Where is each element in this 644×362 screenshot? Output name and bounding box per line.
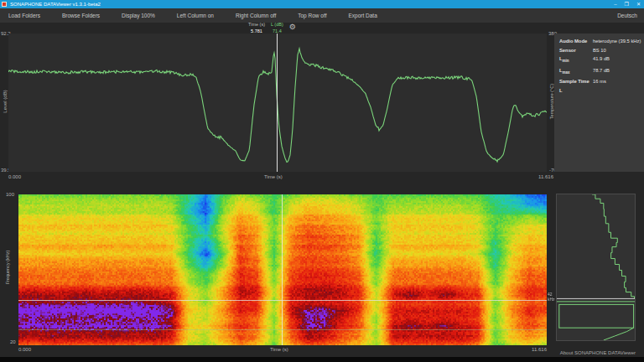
app-icon xyxy=(2,2,7,7)
spec-xaxis-title: Time (s) xyxy=(270,347,288,352)
level-xaxis-title: Time (s) xyxy=(264,174,283,179)
time-cursor-line[interactable] xyxy=(277,34,278,172)
menu-item-display-100-[interactable]: Display 100% xyxy=(111,13,166,18)
menu-item-export-data[interactable]: Export Data xyxy=(337,13,387,18)
window-title: SONAPHONE DATAViewer v1.3.1-beta2 xyxy=(10,0,101,8)
info-row: Audio Modeheterodyne (39.5 kHz) xyxy=(554,37,644,46)
level-xaxis-min: 0.000 xyxy=(8,174,21,179)
menu-item-left-column-on[interactable]: Left Column on xyxy=(166,13,225,18)
about-link[interactable]: About SONAPHONE DATAViewer xyxy=(560,350,636,355)
titlebar: SONAPHONE DATAViewer v1.3.1-beta2 – ❐ ✕ xyxy=(0,0,644,8)
spectrogram-plot[interactable] xyxy=(18,194,547,345)
info-row: Lmin41.9 dB xyxy=(554,54,644,66)
gear-icon[interactable]: ⚙ xyxy=(289,22,296,34)
frequency-marker-line xyxy=(18,329,547,330)
time-cursor-line-spectrogram[interactable] xyxy=(282,194,283,345)
level-xaxis-max: 11.616 xyxy=(528,174,553,179)
freq-axis-title: Frequency (kHz) xyxy=(5,242,10,292)
minimize-button[interactable]: – xyxy=(614,0,616,8)
maximize-button[interactable]: ❐ xyxy=(625,0,629,8)
info-label: Audio Mode xyxy=(559,37,593,46)
spectrum-profile-panel[interactable] xyxy=(556,194,636,341)
spec-xaxis-min: 0.000 xyxy=(18,347,31,352)
cursor-level-label: L (dB) xyxy=(271,22,283,28)
menubar: Load FoldersBrowse FoldersDisplay 100%Le… xyxy=(0,8,644,23)
info-value: BS 10 xyxy=(593,46,644,55)
info-row: SensorBS 10 xyxy=(554,46,644,55)
level-plot[interactable] xyxy=(8,34,547,172)
menu-item-load-folders[interactable]: Load Folders xyxy=(0,13,51,18)
info-row: Sample Time L16 ms xyxy=(554,77,644,95)
cursor-time-label: Time (s) xyxy=(248,22,265,28)
info-value: heterodyne (39.5 kHz) xyxy=(593,37,644,46)
info-label: Sample Time L xyxy=(559,77,593,95)
level-axis-title: Level (dB) xyxy=(3,85,8,118)
info-value: 16 ms xyxy=(593,77,644,95)
menu-item-right-column-off[interactable]: Right Column off xyxy=(225,13,287,18)
info-row: Lmax78.7 dB xyxy=(554,66,644,78)
info-value: 78.7 dB xyxy=(593,66,644,78)
freq-axis-min: 20 xyxy=(10,339,16,344)
measurement-info-panel: Audio Modeheterodyne (39.5 kHz)SensorBS … xyxy=(554,34,644,172)
close-button[interactable]: ✕ xyxy=(636,0,641,8)
info-label: Lmax xyxy=(559,66,593,78)
spec-xaxis-max: 11.616 xyxy=(522,347,547,352)
menu-item-top-row-off[interactable]: Top Row off xyxy=(287,13,337,18)
cursor-readout: Time (s) 5.781 L (dB) 71.4 ⚙ xyxy=(248,22,296,34)
info-value: 41.9 dB xyxy=(593,54,644,66)
app-window: SONAPHONE DATAViewer v1.3.1-beta2 – ❐ ✕ … xyxy=(0,0,644,362)
info-label: Lmin xyxy=(559,54,593,66)
bottom-strip xyxy=(0,357,644,362)
info-label: Sensor xyxy=(559,46,593,55)
freq-axis-max: 100 xyxy=(6,192,14,197)
frequency-marker-unit: kHz xyxy=(548,297,556,302)
frequency-cursor-line[interactable] xyxy=(18,300,547,301)
frequency-marker-readout: 42 kHz xyxy=(548,292,556,302)
menu-item-browse-folders[interactable]: Browse Folders xyxy=(51,13,111,18)
language-button[interactable]: Deutsch xyxy=(617,13,637,18)
